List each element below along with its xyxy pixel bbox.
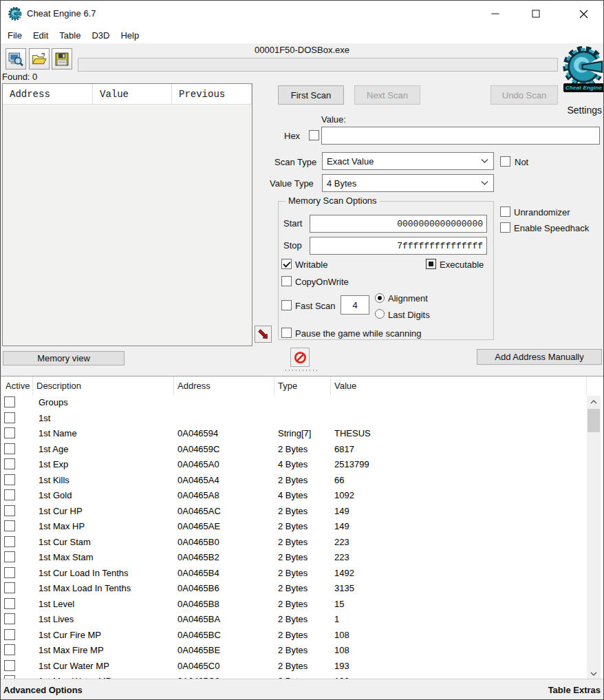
minimize-button[interactable]	[478, 1, 513, 27]
copy-selection-button[interactable]	[255, 326, 272, 343]
found-col-address[interactable]: Address	[3, 84, 93, 105]
copyonwrite-checkbox[interactable]	[281, 276, 292, 286]
table-extras-link[interactable]: Table Extras	[548, 685, 601, 695]
fast-scan-alignment-input[interactable]	[341, 295, 369, 315]
row-active-checkbox[interactable]	[4, 427, 15, 438]
table-row[interactable]: 1st Exp0A0465A04 Bytes2513799	[1, 457, 604, 473]
cheat-engine-logo[interactable]: Cheat Engine	[563, 42, 604, 104]
cell-type: 2 Bytes	[278, 444, 308, 454]
row-active-checkbox[interactable]	[4, 582, 15, 593]
row-active-checkbox[interactable]	[4, 458, 15, 469]
cell-value: 223	[334, 552, 349, 562]
row-active-checkbox[interactable]	[4, 489, 15, 500]
scan-stop-input[interactable]	[310, 237, 487, 255]
menu-table[interactable]: Table	[59, 30, 80, 41]
table-row[interactable]: 1st Max Stam0A0465B22 Bytes223	[1, 550, 604, 566]
col-type[interactable]: Type	[274, 376, 331, 395]
col-address[interactable]: Address	[174, 376, 274, 395]
pause-game-checkbox[interactable]	[281, 328, 292, 338]
row-active-checkbox[interactable]	[4, 505, 15, 516]
memory-view-button[interactable]: Memory view	[3, 351, 125, 365]
executable-checkbox[interactable]	[426, 259, 436, 269]
table-row[interactable]: 1st Gold0A0465A84 Bytes1092	[1, 488, 604, 504]
row-active-checkbox[interactable]	[4, 644, 15, 655]
table-row[interactable]: 1st Kills0A0465A42 Bytes66	[1, 473, 604, 489]
cell-description: 1st Cur HP	[39, 506, 83, 516]
fast-scan-label: Fast Scan	[295, 301, 336, 311]
table-row[interactable]: 1st Cur Water MP0A0465C02 Bytes193	[1, 659, 604, 675]
menu-edit[interactable]: Edit	[33, 30, 48, 41]
cancel-scan-button[interactable]	[290, 348, 310, 367]
enable-speedhack-checkbox[interactable]	[500, 222, 510, 233]
row-active-checkbox[interactable]	[4, 598, 15, 609]
table-row[interactable]: 1st Max Load In Tenths0A0465B62 Bytes313…	[1, 581, 604, 597]
scan-start-input[interactable]	[310, 215, 487, 233]
table-row[interactable]: 1st Cur Stam0A0465B02 Bytes223	[1, 535, 604, 551]
table-row[interactable]: 1st Max Water MP0A0465C22 Bytes193	[1, 674, 604, 679]
last-digits-radio[interactable]	[375, 309, 385, 319]
menu-file[interactable]: File	[8, 30, 22, 41]
table-row[interactable]: 1st Lives0A0465BA2 Bytes1	[1, 612, 604, 628]
scan-type-dropdown[interactable]: Exact Value	[322, 152, 494, 170]
not-checkbox[interactable]	[500, 156, 510, 167]
row-active-checkbox[interactable]	[4, 536, 15, 547]
alignment-radio[interactable]	[375, 293, 385, 303]
cell-address: 0A0465BE	[177, 645, 220, 655]
address-table-body[interactable]: Groups1st1st Name0A046594String[7]THESUS…	[1, 395, 604, 679]
found-col-previous[interactable]: Previous	[172, 84, 252, 105]
add-address-manually-button[interactable]: Add Address Manually	[477, 349, 602, 365]
close-button[interactable]	[566, 1, 601, 27]
cell-type: String[7]	[278, 428, 311, 438]
advanced-options-link[interactable]: Advanced Options	[3, 685, 83, 695]
undo-scan-button[interactable]: Undo Scan	[490, 85, 558, 105]
value-type-label: Value Type	[270, 178, 314, 189]
row-active-checkbox[interactable]	[4, 551, 15, 562]
row-active-checkbox[interactable]	[4, 396, 15, 407]
found-address-list[interactable]: Address Value Previous	[2, 83, 252, 346]
chevron-down-icon	[481, 159, 488, 164]
menu-help[interactable]: Help	[120, 30, 139, 41]
row-active-checkbox[interactable]	[4, 567, 15, 578]
fast-scan-checkbox[interactable]	[281, 300, 292, 310]
table-row[interactable]: 1st Age0A04659C2 Bytes6817	[1, 442, 604, 458]
table-row[interactable]: 1st Name0A046594String[7]THESUS	[1, 426, 604, 442]
row-active-checkbox[interactable]	[4, 629, 15, 640]
vertical-scrollbar[interactable]	[587, 396, 601, 679]
table-row[interactable]: 1st	[1, 411, 604, 427]
hex-checkbox[interactable]	[309, 130, 319, 140]
value-type-dropdown[interactable]: 4 Bytes	[322, 174, 494, 192]
first-scan-button[interactable]: First Scan	[278, 85, 344, 105]
address-table[interactable]: Active Description Address Type Value Gr…	[1, 376, 604, 679]
scroll-up-button[interactable]	[587, 396, 601, 407]
maximize-button[interactable]	[519, 1, 553, 27]
row-active-checkbox[interactable]	[4, 474, 15, 485]
table-row[interactable]: 1st Max Fire MP0A0465BE2 Bytes108	[1, 643, 604, 659]
scroll-down-button[interactable]	[587, 668, 601, 679]
table-row[interactable]: Groups	[1, 395, 604, 411]
settings-link[interactable]: Settings	[544, 105, 602, 116]
next-scan-button[interactable]: Next Scan	[354, 85, 420, 105]
col-active[interactable]: Active	[1, 376, 33, 395]
scrollbar-thumb[interactable]	[587, 409, 600, 432]
scan-value-input[interactable]	[321, 127, 600, 145]
table-row[interactable]: 1st Cur HP0A0465AC2 Bytes149	[1, 504, 604, 520]
row-active-checkbox[interactable]	[4, 520, 15, 531]
cell-value: THESUS	[334, 428, 371, 438]
row-active-checkbox[interactable]	[4, 660, 15, 671]
splitter-handle[interactable]	[284, 369, 317, 372]
writable-checkbox[interactable]	[281, 259, 292, 269]
table-row[interactable]: 1st Level0A0465B82 Bytes15	[1, 597, 604, 613]
col-description[interactable]: Description	[33, 376, 174, 395]
table-row[interactable]: 1st Cur Load In Tenths0A0465B42 Bytes149…	[1, 566, 604, 582]
menu-d3d[interactable]: D3D	[91, 30, 109, 41]
unrandomizer-checkbox[interactable]	[500, 206, 510, 217]
row-active-checkbox[interactable]	[4, 613, 15, 624]
table-row[interactable]: 1st Max HP0A0465AE2 Bytes149	[1, 519, 604, 535]
row-active-checkbox[interactable]	[4, 412, 15, 423]
table-row[interactable]: 1st Cur Fire MP0A0465BC2 Bytes108	[1, 628, 604, 644]
col-value[interactable]: Value	[331, 376, 587, 395]
cell-description: 1st Max Load In Tenths	[39, 583, 131, 593]
cell-description: 1st	[39, 413, 50, 423]
row-active-checkbox[interactable]	[4, 443, 15, 454]
found-col-value[interactable]: Value	[93, 84, 172, 105]
